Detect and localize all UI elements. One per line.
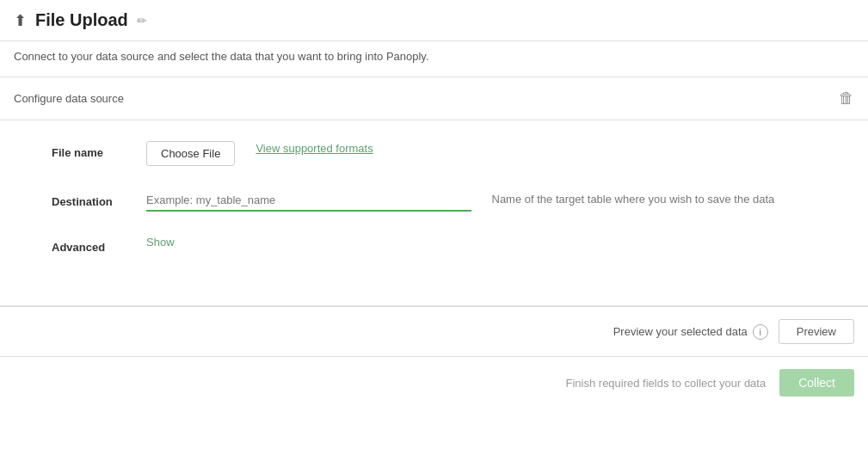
preview-label-group: Preview your selected data i: [613, 324, 768, 340]
page-title: File Upload: [35, 10, 128, 30]
collect-bar: Finish required fields to collect your d…: [0, 356, 868, 409]
trash-icon[interactable]: 🗑: [839, 89, 854, 108]
file-name-row: File name Choose File View supported for…: [52, 141, 816, 166]
file-name-control: Choose File View supported formats: [146, 141, 816, 166]
configure-section: Configure data source 🗑 File name Choose…: [0, 77, 868, 306]
show-link[interactable]: Show: [146, 236, 175, 249]
destination-control: Name of the target table where you wish …: [146, 190, 816, 212]
collect-hint: Finish required fields to collect your d…: [566, 377, 766, 390]
preview-button[interactable]: Preview: [779, 319, 854, 344]
advanced-control: Show: [146, 236, 816, 249]
preview-text: Preview your selected data: [613, 325, 748, 338]
advanced-row: Advanced Show: [52, 236, 816, 254]
destination-hint: Name of the target table where you wish …: [492, 190, 817, 207]
configure-title: Configure data source: [14, 92, 124, 105]
file-name-helper: View supported formats: [255, 141, 816, 155]
destination-label: Destination: [52, 190, 146, 208]
view-formats-link[interactable]: View supported formats: [255, 142, 372, 155]
info-icon[interactable]: i: [753, 324, 768, 340]
page-subtitle: Connect to your data source and select t…: [0, 41, 868, 77]
choose-file-button[interactable]: Choose File: [146, 141, 235, 166]
page-header: ⬆ File Upload ✏: [0, 0, 868, 41]
destination-input-container: [146, 190, 471, 212]
upload-icon: ⬆: [14, 11, 27, 30]
preview-bar: Preview your selected data i Preview: [0, 306, 868, 356]
configure-header: Configure data source 🗑: [0, 77, 868, 120]
destination-row: Destination Name of the target table whe…: [52, 190, 816, 212]
file-name-label: File name: [52, 141, 146, 159]
form-area: File name Choose File View supported for…: [0, 120, 868, 305]
collect-button[interactable]: Collect: [779, 369, 854, 396]
edit-icon[interactable]: ✏: [137, 14, 147, 28]
advanced-label: Advanced: [52, 236, 146, 254]
destination-input[interactable]: [146, 190, 471, 212]
